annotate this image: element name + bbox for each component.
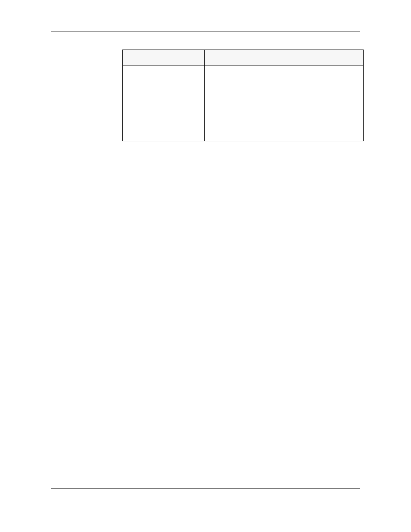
- footer-rule: [51, 488, 360, 489]
- content-table: [122, 50, 364, 141]
- table-cell: [204, 65, 363, 141]
- table-header-cell: [204, 50, 363, 65]
- table-header-cell: [123, 50, 205, 65]
- table-row: [123, 65, 364, 141]
- table-header-row: [123, 50, 364, 65]
- table-cell: [123, 65, 205, 141]
- table-container: [122, 50, 364, 141]
- header-rule: [51, 31, 360, 31]
